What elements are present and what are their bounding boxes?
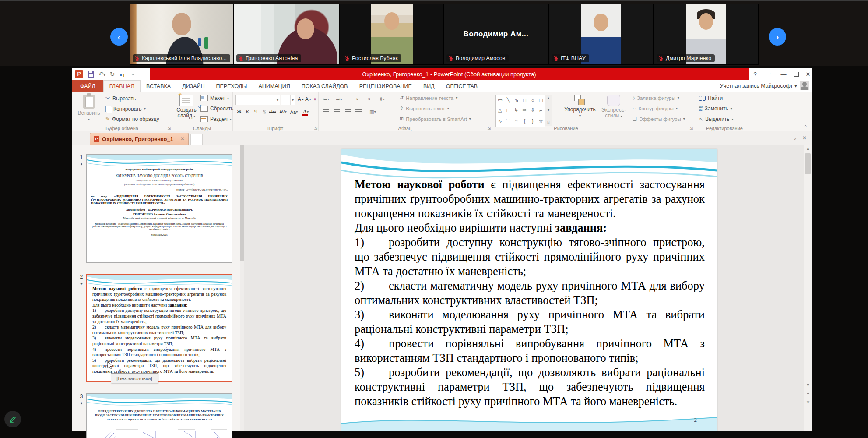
align-right-button[interactable]	[344, 108, 352, 116]
redo-icon[interactable]: ↻	[110, 71, 115, 77]
annotate-button[interactable]	[4, 411, 21, 427]
select-button[interactable]: ↖ Выделить ▾	[699, 116, 734, 122]
participant-tile[interactable]: Володимир Ам... Володимир Амосов	[443, 4, 548, 65]
cut-button[interactable]: ✂ Вырезать	[105, 95, 136, 102]
ribbon-display-options-button[interactable]: ↑	[764, 68, 776, 80]
dialog-launcher-icon[interactable]: ⇲	[167, 126, 171, 131]
tab-list-chevron-icon[interactable]: ⌄	[793, 135, 797, 141]
shape-line-icon[interactable]: ╲	[507, 97, 510, 103]
arrange-button[interactable]: Упорядочить ▾	[564, 95, 596, 118]
copy-button[interactable]: Копировать ▾	[105, 106, 146, 112]
shape-corner-icon[interactable]: ⌐	[539, 108, 542, 113]
tab-transitions[interactable]: ПЕРЕХОДЫ	[211, 80, 253, 92]
customize-qat-icon[interactable]: ≂	[131, 72, 134, 76]
shape-fill-button[interactable]: ⬨ Заливка фигуры ▾	[633, 95, 679, 101]
tab-review[interactable]: РЕЦЕНЗИРОВАНИЕ	[354, 80, 418, 92]
shape-right-arrow-icon[interactable]: ⇨	[523, 107, 527, 113]
account-avatar[interactable]	[800, 81, 809, 90]
italic-button[interactable]: К	[243, 108, 252, 116]
shape-left-brace-icon[interactable]: {	[524, 118, 525, 124]
character-spacing-button[interactable]: AV▾	[279, 108, 287, 116]
font-color-button[interactable]: А▾	[302, 108, 310, 116]
shape-star-icon[interactable]: ☆	[539, 118, 543, 124]
tab-design[interactable]: ДИЗАЙН	[176, 80, 210, 92]
shape-curve-icon[interactable]: ∼	[514, 118, 518, 124]
tab-bar-close-icon[interactable]: ✕	[802, 135, 807, 141]
font-size-combo[interactable]: ▾	[281, 95, 295, 105]
text-shadow-button[interactable]: S	[260, 108, 268, 116]
participant-tile[interactable]: Ростислав Бубняк	[340, 4, 443, 65]
align-text-button[interactable]: ⇳ Выровнять текст ▾	[400, 106, 449, 111]
new-slide-button[interactable]: Создать слайд ▾	[175, 95, 198, 119]
transition-star-icon[interactable]: ✦	[77, 162, 85, 166]
font-name-combo[interactable]: ▾	[235, 95, 280, 105]
shape-scribble-icon[interactable]: ∿	[498, 118, 502, 124]
shape-triangle-icon[interactable]: △	[498, 107, 502, 113]
tab-file[interactable]: ФАЙЛ	[72, 80, 103, 92]
align-left-button[interactable]	[322, 108, 330, 116]
decrease-indent-button[interactable]: ⇤	[354, 95, 362, 103]
replace-button[interactable]: abac Заменить ▾	[699, 106, 732, 112]
participant-tile[interactable]: Карплевський Ілля Владиславо...	[130, 4, 233, 65]
tab-view[interactable]: ВИД	[418, 80, 440, 92]
numbering-button[interactable]: ≕▾	[335, 95, 343, 103]
shape-rounded-rectangle-icon[interactable]: ▢	[538, 97, 543, 103]
prev-participants-button[interactable]: ‹	[110, 28, 128, 46]
bullets-button[interactable]: ≔▾	[322, 95, 330, 103]
quick-styles-button[interactable]: Экспресс- стили ▾	[600, 95, 627, 119]
dialog-launcher-icon[interactable]: ⇲	[487, 126, 491, 131]
bold-button[interactable]: Ж	[235, 108, 243, 116]
slide-thumbnail-1[interactable]: Всеукраїнський творчий конкурс наукових …	[86, 154, 232, 263]
shape-arc-icon[interactable]: ⌒	[506, 118, 510, 124]
close-button[interactable]: ✕	[802, 68, 814, 80]
layout-button[interactable]: Макет ▾	[200, 95, 229, 101]
restore-button[interactable]	[790, 68, 802, 80]
tab-home[interactable]: ГЛАВНАЯ	[103, 80, 141, 92]
document-tab[interactable]: P Охріменко, Григоренко_1 ✕	[90, 133, 189, 145]
slide-thumbnail-3[interactable]: ОГЛЯД ЛІТЕРАТУРНИХ ДЖЕРЕЛ ТА ПАТЕНТНО-ІН…	[86, 393, 232, 438]
columns-button[interactable]: ▥▾	[369, 108, 377, 116]
underline-button[interactable]: Ч	[252, 108, 260, 116]
change-case-button[interactable]: Aa▾	[290, 108, 298, 116]
justify-button[interactable]	[355, 108, 363, 116]
main-scrollbar[interactable]: ▲ ▼ ⏶ ⏷	[804, 145, 812, 431]
shapes-gallery-scroll[interactable]: ▴ ▾ ⍗	[545, 95, 552, 126]
transition-star-icon[interactable]: ✦	[77, 282, 85, 286]
format-painter-button[interactable]: ✎ Формат по образцу	[105, 116, 159, 122]
next-participants-button[interactable]: ›	[769, 28, 786, 46]
panel-scrollbar-thumb[interactable]	[240, 145, 244, 261]
shape-oval-icon[interactable]: ○	[531, 98, 534, 103]
scroll-down-icon[interactable]: ▼	[804, 381, 812, 389]
new-document-tab[interactable]	[190, 134, 203, 145]
participant-tile[interactable]: Дмитро Марченко	[654, 4, 759, 65]
tab-slideshow[interactable]: ПОКАЗ СЛАЙДОВ	[296, 80, 354, 92]
increase-indent-button[interactable]: ⇥	[364, 95, 372, 103]
align-center-button[interactable]	[333, 108, 341, 116]
dialog-launcher-icon[interactable]: ⇲	[314, 126, 317, 131]
shapes-gallery[interactable]: ▭ ╲ ⇘ □ ○ ▢ △ ∟ ↳ ⇨ ⇩ ⌐ ∿ ⌒ ∼ { }	[495, 95, 545, 127]
collapse-ribbon-icon[interactable]: ⌃	[804, 124, 808, 130]
text-direction-button[interactable]: ⇵ Направление текста ▾	[400, 95, 457, 101]
scroll-up-icon[interactable]: ▲	[804, 145, 812, 152]
participant-tile[interactable]: ІТФ ВНАУ	[548, 4, 654, 65]
panel-scrollbar[interactable]	[240, 145, 244, 431]
help-button[interactable]: ?	[749, 68, 761, 80]
tab-office-tab[interactable]: OFFICE TAB	[440, 80, 483, 92]
shape-arrow-icon[interactable]: ⇘	[514, 97, 518, 103]
close-document-icon[interactable]: ✕	[180, 136, 185, 142]
strikethrough-button[interactable]: abc	[268, 108, 277, 116]
section-button[interactable]: Раздел ▾	[200, 116, 232, 122]
line-spacing-button[interactable]: ⇕▾	[378, 95, 386, 103]
next-slide-icon[interactable]: ⏷	[804, 399, 812, 406]
paste-button[interactable]: Вставить ▾	[77, 95, 101, 121]
save-icon[interactable]	[88, 71, 94, 78]
undo-icon[interactable]: ↶▾	[98, 71, 105, 77]
scrollbar-thumb[interactable]	[805, 153, 811, 174]
shape-down-arrow-icon[interactable]: ⇩	[531, 107, 534, 113]
account-label[interactable]: Учетная запись Майкрософт ▾	[720, 82, 797, 89]
previous-slide-icon[interactable]: ⏶	[804, 390, 812, 397]
scroll-up-icon[interactable]: ▴	[548, 96, 549, 100]
shape-right-brace-icon[interactable]: }	[532, 118, 534, 124]
tab-animations[interactable]: АНИМАЦИЯ	[253, 80, 295, 92]
participant-tile[interactable]: Григоренко Антоніна	[233, 4, 340, 65]
